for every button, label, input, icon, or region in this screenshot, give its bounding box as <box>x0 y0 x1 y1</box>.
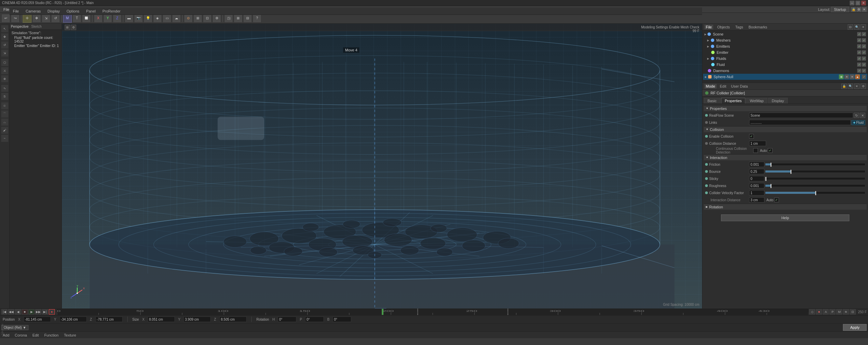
om-tab-tags[interactable]: Tags <box>734 25 744 29</box>
om-scene-check1[interactable]: ✓ <box>857 32 861 36</box>
left-tool-smooth[interactable]: ~ <box>1 135 8 142</box>
size-y-value[interactable]: 3.909 cm <box>184 317 211 322</box>
friction-slider[interactable] <box>765 163 865 166</box>
tab-file[interactable]: File <box>11 8 21 14</box>
rf-scene-btn2[interactable]: ✕ <box>860 113 865 118</box>
om-daemons-check1[interactable]: ✓ <box>857 69 861 73</box>
section-rotation[interactable]: ▶ Rotation <box>704 204 867 210</box>
prop-tab-properties[interactable]: Properties <box>721 98 745 104</box>
size-x-value[interactable]: 8.051 cm <box>148 317 175 322</box>
continuous-auto-checkbox[interactable]: ✓ <box>768 148 772 153</box>
left-tool-rotate[interactable]: ↺ <box>1 41 8 49</box>
om-fluid-check2[interactable]: ✓ <box>862 63 866 67</box>
om-row-fluid[interactable]: Fluid ✓ ✓ <box>703 62 867 68</box>
floor-button[interactable]: ▭ <box>163 14 171 23</box>
maximize-button[interactable]: □ <box>855 1 860 5</box>
prop-search-btn[interactable]: 🔍 <box>848 84 853 89</box>
bottom-tab-edit[interactable]: Edit <box>31 333 40 338</box>
position-y-value[interactable]: -34.106 cm <box>60 317 87 322</box>
rf-scene-btn1[interactable]: ↻ <box>854 113 859 118</box>
roughness-slider[interactable] <box>765 184 865 187</box>
sphere-null-tag3[interactable]: ✕ <box>850 74 854 79</box>
collider-velocity-input[interactable] <box>749 190 764 196</box>
help-button[interactable]: ? <box>253 14 261 23</box>
left-tool-spline[interactable]: ∿ <box>1 85 8 92</box>
move-button[interactable]: ✥ <box>32 14 41 23</box>
left-tool-extrude[interactable]: ⊕ <box>1 75 8 83</box>
rotation-h-value[interactable]: 0° <box>278 317 296 322</box>
tl-play-btn[interactable]: ▶ <box>28 309 35 315</box>
viewport-settings-btn[interactable]: ⚙ <box>71 25 76 30</box>
sky-button[interactable]: ☁ <box>172 14 181 23</box>
sphere-null-tag1[interactable]: ⊞ <box>839 74 844 79</box>
om-row-scene[interactable]: ▶ Scene ✓ ✓ <box>703 31 867 37</box>
left-tool-bp2[interactable]: ⌒ <box>1 110 8 118</box>
bottom-tab-corona[interactable]: Corona <box>14 333 28 338</box>
help-button[interactable]: Help <box>721 214 849 221</box>
timeline-ruler[interactable]: 0 50 100 150 200 250 300 350 400 430 <box>57 309 808 315</box>
prop-tab-wetmap[interactable]: WetMap <box>746 98 767 104</box>
sphere-null-tag4[interactable]: ▲ <box>855 74 860 79</box>
redo-button[interactable]: ↪ <box>11 14 20 23</box>
z-axis-btn[interactable]: Z <box>113 14 122 23</box>
left-tool-knife[interactable]: ⚔ <box>1 67 8 74</box>
prop-userdata-tab[interactable]: User Data <box>730 84 749 89</box>
left-tool-bp3[interactable]: ⌓ <box>1 118 8 126</box>
om-row-emitter[interactable]: Emitter ✓ ✓ <box>703 49 867 55</box>
prop-lock-btn[interactable]: 🔒 <box>841 84 847 89</box>
3d-viewport[interactable]: ⊞ ⚙ Modeling Settings Enable Mesh Check … <box>62 24 702 308</box>
prop-tab-basic[interactable]: Basic <box>704 98 720 104</box>
om-filter-btn[interactable]: ⊟ <box>848 24 853 30</box>
timeline-button[interactable]: ⊟ <box>243 14 252 23</box>
om-emitter-check1[interactable]: ✓ <box>857 50 861 54</box>
layout-close-button[interactable]: ✕ <box>862 7 867 12</box>
roughness-input[interactable] <box>749 183 764 188</box>
render-active-button[interactable]: ⊡ <box>203 14 212 23</box>
object-rel-select[interactable]: Object (Rel) ▼ <box>1 325 28 330</box>
tl-keyframe-btn[interactable]: ◇ <box>809 309 815 315</box>
collision-distance-input[interactable] <box>749 141 766 146</box>
sticky-input[interactable] <box>749 176 764 181</box>
material-button[interactable]: ◈ <box>153 14 162 23</box>
x-axis-btn[interactable]: X <box>94 14 103 23</box>
om-fluid-check1[interactable]: ✓ <box>857 63 861 67</box>
fluid-particle-info[interactable]: Fluid "fluid" particle count: 14532 <box>10 36 61 44</box>
om-tab-objects[interactable]: Objects <box>716 25 731 29</box>
tl-stop-btn[interactable]: ■ <box>22 309 28 315</box>
om-row-daemons[interactable]: Daemons ✓ ✓ <box>703 68 867 74</box>
om-meshers-check1[interactable]: ✓ <box>857 38 861 42</box>
section-properties[interactable]: ▼ Properties <box>704 105 867 111</box>
layout-lock-button[interactable]: 🔒 <box>851 7 856 12</box>
sticky-slider[interactable] <box>765 177 865 180</box>
tl-auto-btn[interactable]: A <box>823 309 829 315</box>
y-axis-btn[interactable]: Y <box>103 14 112 23</box>
om-tab-file[interactable]: File <box>704 25 713 29</box>
layout-select[interactable]: Startup <box>831 7 849 12</box>
size-z-value[interactable]: 8.505 cm <box>219 317 247 322</box>
viewport-maximize-btn[interactable]: ⊞ <box>65 25 70 30</box>
om-row-emitters[interactable]: ▶ Emitters ✓ ✓ <box>703 43 867 49</box>
minimize-button[interactable]: ─ <box>850 1 854 5</box>
model-mode[interactable]: M <box>63 14 72 23</box>
om-fluids-check2[interactable]: ✓ <box>862 56 866 61</box>
left-tool-move[interactable]: ✥ <box>1 33 8 41</box>
links-input[interactable]: ............ <box>749 120 851 125</box>
tl-prev-btn[interactable]: ◀◀ <box>8 309 14 315</box>
camera-button[interactable]: 📷 <box>134 14 143 23</box>
position-x-value[interactable]: -81.145 cm <box>24 317 51 322</box>
om-search-btn[interactable]: 🔍 <box>854 24 860 30</box>
left-tool-paint[interactable]: 🖌 <box>1 127 8 134</box>
layout-config-button[interactable]: ⚙ <box>856 7 861 12</box>
om-tab-bookmarks[interactable]: Bookmarks <box>747 25 768 29</box>
tl-end-btn[interactable]: ▶| <box>42 309 48 315</box>
tl-snap-btn[interactable]: ⊡ <box>850 309 856 315</box>
rotation-p-value[interactable]: 0° <box>305 317 324 322</box>
prop-mode-tab[interactable]: Mode <box>704 84 717 89</box>
rotate-button[interactable]: ↺ <box>51 14 60 23</box>
edge-mode[interactable]: ⬜ <box>82 14 91 23</box>
tab-cameras[interactable]: Cameras <box>24 8 43 14</box>
prop-gear-btn[interactable]: ⚙ <box>861 84 866 89</box>
bounce-slider[interactable] <box>765 170 865 173</box>
left-tool-polygon[interactable]: ⬡ <box>1 59 8 66</box>
emitter-info[interactable]: Emitter "Emitter" Emitter ID: 1 <box>10 44 61 48</box>
